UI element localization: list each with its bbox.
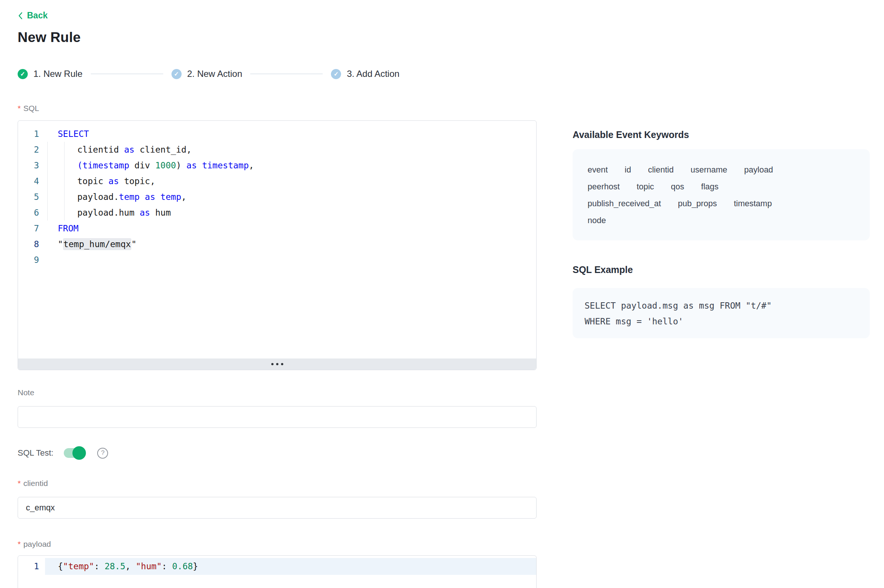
page-title: New Rule	[18, 30, 884, 45]
event-keyword: flags	[701, 182, 719, 192]
event-keyword: payload	[744, 165, 773, 175]
code-token: ,	[249, 160, 254, 170]
sql-code-line: 8"temp_hum/emqx"	[18, 236, 536, 252]
code-token: temp_hum/emqx	[63, 238, 131, 250]
code-token: topic,	[119, 176, 155, 186]
keywords-title: Available Event Keywords	[573, 129, 870, 140]
help-column: Available Event Keywords eventidclientid…	[573, 104, 870, 338]
payload-editor[interactable]: 1{"temp": 28.5, "hum": 0.68}	[18, 555, 537, 588]
step-label: 1. New Rule	[33, 69, 83, 79]
indent-guide	[64, 142, 65, 220]
event-keyword: pub_props	[678, 199, 717, 208]
step-label: 2. New Action	[187, 69, 242, 79]
sql-code-line: 2clientid as client_id,	[18, 142, 536, 158]
sql-test-toggle[interactable]	[64, 448, 85, 458]
line-number: 1	[18, 126, 45, 142]
code-token	[197, 160, 202, 170]
sql-code-line: 6payload.hum as hum	[18, 205, 536, 220]
event-keyword: timestamp	[734, 199, 772, 208]
sql-test-label: SQL Test:	[18, 448, 53, 458]
code-token: FROM	[58, 224, 78, 233]
code-text: payload.hum as hum	[45, 205, 536, 220]
line-number: 7	[18, 220, 45, 236]
note-field-label: Note	[18, 388, 537, 397]
sql-editor[interactable]: 1SELECT2clientid as client_id,3(timestam…	[18, 120, 537, 370]
keyword-row: node	[588, 216, 855, 225]
note-input[interactable]	[18, 406, 537, 428]
step-check-icon: ✓	[18, 69, 28, 79]
back-label: Back	[27, 10, 48, 21]
code-token	[140, 192, 145, 202]
step-3[interactable]: ✓3. Add Action	[331, 69, 399, 79]
code-text: (timestamp div 1000) as timestamp,	[45, 158, 536, 173]
code-token: topic	[77, 176, 108, 186]
code-token: ,	[181, 192, 186, 202]
sql-example-panel: SELECT payload.msg as msg FROM "t/#"WHER…	[573, 288, 870, 338]
new-rule-page: Back New Rule ✓1. New Rule✓2. New Action…	[0, 0, 884, 588]
chevron-left-icon	[18, 11, 23, 20]
step-1[interactable]: ✓1. New Rule	[18, 69, 83, 79]
step-2[interactable]: ✓2. New Action	[171, 69, 242, 79]
step-check-icon: ✓	[171, 69, 182, 79]
form-column: * SQL 1SELECT2clientid as client_id,3(ti…	[18, 104, 537, 588]
code-token: timestamp	[83, 160, 129, 170]
event-keyword: node	[588, 216, 606, 225]
line-number: 9	[18, 252, 45, 268]
code-token: (	[77, 160, 83, 170]
code-text: FROM	[45, 220, 536, 236]
code-token: as	[124, 145, 135, 154]
sql-code-line: 5payload.temp as temp,	[18, 189, 536, 205]
sql-field-label: * SQL	[18, 104, 537, 113]
clientid-field-label: * clientid	[18, 479, 537, 488]
code-token: 1000	[155, 160, 176, 170]
code-token: as	[140, 208, 150, 218]
code-token: as	[186, 160, 197, 170]
code-token: client_id,	[134, 145, 191, 154]
event-keyword: id	[625, 165, 631, 175]
stepper: ✓1. New Rule✓2. New Action✓3. Add Action	[18, 69, 884, 79]
line-number: 3	[18, 158, 45, 173]
keyword-row: publish_received_atpub_propstimestamp	[588, 199, 855, 208]
indent-guide	[47, 142, 48, 220]
code-text: clientid as client_id,	[45, 142, 536, 158]
clientid-input[interactable]: c_emqx	[18, 497, 537, 519]
code-token: "	[58, 239, 63, 249]
required-asterisk: *	[18, 479, 21, 488]
code-token: ,	[125, 561, 136, 571]
sql-code-line: 9	[18, 252, 536, 268]
step-check-icon: ✓	[331, 69, 341, 79]
payload-code-line: 1{"temp": 28.5, "hum": 0.68}	[18, 558, 536, 575]
event-keyword: qos	[671, 182, 684, 192]
required-asterisk: *	[18, 540, 21, 549]
code-text: "temp_hum/emqx"	[45, 236, 536, 252]
keyword-row: eventidclientidusernamepayload	[588, 165, 855, 175]
editor-resize-handle[interactable]	[18, 358, 536, 370]
line-number: 4	[18, 173, 45, 189]
code-token: payload.	[77, 192, 119, 202]
back-link[interactable]: Back	[18, 10, 48, 21]
step-connector	[91, 74, 163, 74]
code-token: "	[131, 239, 137, 249]
event-keyword: publish_received_at	[588, 199, 661, 208]
code-token: as	[108, 176, 119, 186]
code-token: payload.hum	[77, 208, 140, 218]
sql-example-title: SQL Example	[573, 264, 870, 275]
line-number: 2	[18, 142, 45, 158]
code-token: SELECT	[58, 129, 89, 139]
line-number: 5	[18, 189, 45, 205]
code-token: timestamp	[202, 160, 249, 170]
sql-code-line: 3(timestamp div 1000) as timestamp,	[18, 158, 536, 173]
code-token	[155, 192, 161, 202]
code-token: as	[145, 192, 155, 202]
help-icon[interactable]: ?	[97, 448, 108, 459]
code-text: {"temp": 28.5, "hum": 0.68}	[45, 558, 536, 575]
line-number: 1	[18, 558, 45, 575]
line-number: 6	[18, 205, 45, 220]
event-keyword: clientid	[648, 165, 674, 175]
sql-code-line: 1SELECT	[18, 126, 536, 142]
code-text	[45, 252, 536, 268]
event-keyword: username	[690, 165, 727, 175]
code-token: )	[176, 160, 186, 170]
step-label: 3. Add Action	[347, 69, 399, 79]
code-token: }	[193, 561, 198, 571]
